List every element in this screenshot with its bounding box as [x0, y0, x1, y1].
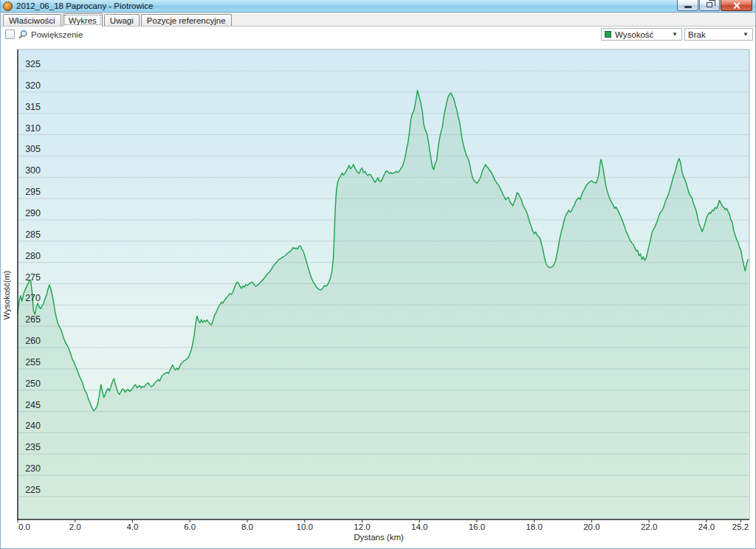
secondary-select-value: Brak [688, 30, 706, 39]
window-title: 2012_06_18 Paprocany - Piotrowice [16, 1, 153, 10]
minimize-button[interactable] [677, 0, 698, 11]
y-tick-label: 265 [25, 314, 41, 325]
window-controls [677, 0, 752, 11]
zoom-checkbox[interactable] [5, 30, 15, 39]
y-tick-label: 255 [25, 357, 41, 367]
x-axis-title: Dystans (km) [354, 533, 404, 542]
y-tick-label: 230 [25, 463, 41, 474]
y-tick-label: 240 [25, 421, 41, 431]
x-tick-label: 14.0 [411, 522, 427, 531]
minimize-icon [684, 6, 692, 8]
x-tick-label: 10.0 [297, 522, 313, 531]
close-icon [733, 2, 740, 9]
y-tick-label: 320 [25, 80, 41, 91]
tab-uwagi[interactable]: Uwagi [104, 14, 140, 26]
tab-wykres[interactable]: Wykres [63, 13, 103, 27]
series-select-value: Wysokość [615, 30, 653, 39]
y-tick-label: 325 [25, 59, 41, 69]
x-tick-label: 4.0 [126, 522, 138, 531]
app-icon[interactable] [3, 1, 13, 11]
y-tick-label: 250 [25, 379, 41, 389]
y-tick-label: 235 [25, 442, 41, 452]
y-tick-label: 305 [25, 144, 41, 154]
tab-właściwości[interactable]: Właściwości [3, 14, 61, 26]
secondary-select[interactable]: Brak ▼ [684, 28, 753, 41]
chevron-down-icon: ▼ [740, 29, 751, 40]
y-tick-label: 275 [25, 272, 41, 283]
x-tick-label: 16.0 [469, 522, 485, 531]
x-tick-label: 8.0 [241, 522, 253, 531]
x-tick-label: 25.2 [732, 522, 749, 531]
series-select[interactable]: Wysokość ▼ [601, 28, 682, 41]
x-tick-label: 0.0 [18, 522, 30, 531]
x-tick-label: 20.0 [583, 522, 599, 531]
title-bar: 2012_06_18 Paprocany - Piotrowice [1, 0, 755, 13]
magnifier-icon [18, 30, 28, 40]
x-tick-label: 6.0 [184, 522, 196, 531]
x-axis: 0.02.04.06.08.010.012.014.016.018.020.02… [18, 519, 749, 531]
y-tick-label: 285 [25, 229, 41, 240]
y-tick-label: 290 [25, 208, 41, 218]
tab-pozycje-referencyjne[interactable]: Pozycje referencyjne [141, 14, 232, 26]
y-tick-label: 310 [25, 123, 41, 134]
x-tick-label: 12.0 [354, 522, 370, 531]
x-tick-label: 22.0 [641, 522, 657, 531]
y-tick-label: 245 [25, 400, 41, 410]
y-tick-label: 295 [25, 187, 41, 197]
series-color-swatch [605, 31, 611, 38]
chart-toolbar: Powiększenie Wysokość ▼ Brak ▼ [1, 27, 755, 42]
y-tick-label: 260 [25, 336, 41, 346]
x-tick-label: 24.0 [698, 522, 715, 531]
chart-panel: 2252302352402452502552602652702752802852… [1, 42, 755, 549]
restore-icon [707, 2, 712, 7]
zoom-checkbox-label: Powiększenie [31, 30, 83, 39]
app-window: 2012_06_18 Paprocany - Piotrowice Właści… [0, 0, 756, 549]
y-tick-label: 280 [25, 251, 41, 261]
y-tick-label: 270 [25, 293, 41, 303]
y-tick-label: 225 [25, 485, 41, 495]
tab-strip: WłaściwościWykresUwagiPozycje referencyj… [1, 13, 755, 27]
y-tick-label: 315 [25, 102, 41, 112]
elevation-chart[interactable]: 2252302352402452502552602652702752802852… [1, 42, 756, 549]
chevron-down-icon: ▼ [670, 29, 680, 40]
x-tick-label: 2.0 [69, 522, 81, 531]
y-axis-labels: 2252302352402452502552602652702752802852… [25, 59, 41, 495]
x-tick-label: 18.0 [526, 522, 542, 531]
restore-button[interactable] [699, 0, 720, 11]
y-tick-label: 300 [25, 165, 41, 176]
y-axis-title: Wysokość(m) [2, 271, 11, 320]
close-button[interactable] [721, 0, 752, 11]
